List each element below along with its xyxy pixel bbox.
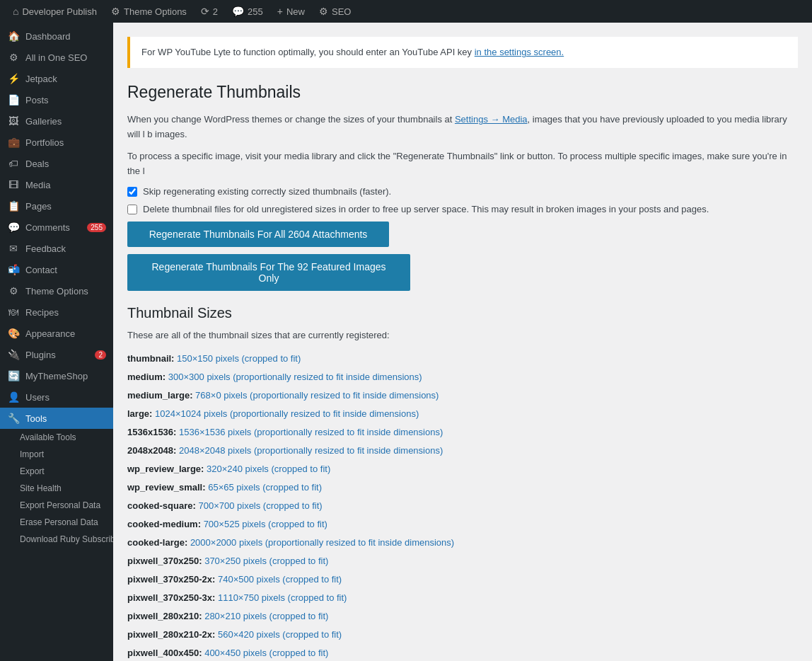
- admin-bar: ⌂ Developer Publish ⚙ Theme Options ⟳ 2 …: [0, 0, 812, 23]
- dashboard-icon: 🏠: [7, 30, 20, 42]
- updates-icon: ⟳: [201, 6, 209, 17]
- wp-icon: ⌂: [13, 6, 18, 17]
- thumb-label: pixwell_370x250-2x:: [127, 574, 215, 585]
- sidebar-label-tools: Tools: [25, 413, 47, 424]
- sidebar-label-comments: Comments: [25, 222, 70, 233]
- submenu-item-import[interactable]: Import: [7, 446, 113, 463]
- sidebar-item-feedback[interactable]: ✉Feedback: [0, 238, 113, 259]
- portfolios-icon: 💼: [7, 137, 20, 148]
- checkbox-skip-label[interactable]: Skip regenerating existing correctly siz…: [143, 186, 391, 197]
- submenu-item-available-tools[interactable]: Available Tools: [7, 429, 113, 446]
- thumb-value: 150×150 pixels (cropped to fit): [177, 353, 301, 364]
- thumb-value: 700×525 pixels (cropped to fit): [204, 519, 327, 529]
- sidebar-label-mythemeshop: MyThemeShop: [25, 371, 88, 381]
- thumb-value: 300×300 pixels (proportionally resized t…: [168, 372, 422, 382]
- thumb-label: medium:: [127, 372, 166, 382]
- checkbox-skip[interactable]: [127, 187, 137, 197]
- adminbar-updates[interactable]: ⟳ 2: [194, 0, 225, 23]
- comments-icon: 💬: [232, 6, 244, 17]
- thumbnail-sizes-list: thumbnail: 150×150 pixels (cropped to fi…: [127, 350, 798, 661]
- sidebar-item-mythemeshop[interactable]: 🔄MyThemeShop: [0, 365, 113, 386]
- regenerate-featured-button[interactable]: Regenerate Thumbnails For The 92 Feature…: [127, 254, 410, 291]
- sidebar-label-appearance: Appearance: [25, 328, 75, 339]
- submenu-item-export-personal[interactable]: Export Personal Data: [7, 497, 113, 514]
- adminbar-theme-options[interactable]: ⚙ Theme Options: [104, 0, 194, 23]
- sidebar-item-jetpack[interactable]: ⚡Jetpack: [0, 68, 113, 89]
- submenu-item-export[interactable]: Export: [7, 463, 113, 480]
- thumbnail-sizes-desc: These are all of the thumbnail sizes tha…: [127, 328, 798, 343]
- gear-icon: ⚙: [111, 6, 120, 17]
- submenu-item-erase-personal[interactable]: Erase Personal Data: [7, 514, 113, 531]
- thumb-label: pixwell_400x450:: [127, 648, 202, 658]
- sidebar-item-deals[interactable]: 🏷Deals: [0, 153, 113, 174]
- thumb-label: wp_review_large:: [127, 464, 204, 474]
- sidebar-item-contact[interactable]: 📬Contact: [0, 259, 113, 280]
- sidebar-label-theme-options: Theme Options: [25, 286, 88, 297]
- main-content: For WP YouTube Lyte to function optimall…: [113, 23, 812, 661]
- adminbar-comments[interactable]: 💬 255: [225, 0, 270, 23]
- users-icon: 👤: [7, 391, 20, 403]
- thumb-size-row: pixwell_400x450: 400×450 pixels (cropped…: [127, 644, 798, 661]
- adminbar-seo[interactable]: ⚙ SEO: [312, 0, 358, 23]
- allinoneseo-icon: ⚙: [7, 52, 20, 63]
- sidebar-item-comments[interactable]: 💬Comments255: [0, 217, 113, 238]
- sidebar-label-contact: Contact: [25, 265, 57, 275]
- recipes-icon: 🍽: [7, 306, 20, 318]
- jetpack-icon: ⚡: [7, 73, 20, 84]
- regenerate-all-button[interactable]: Regenerate Thumbnails For All 2604 Attac…: [127, 222, 389, 247]
- thumb-size-row: pixwell_280x210-2x: 560×420 pixels (crop…: [127, 626, 798, 644]
- notice-link[interactable]: in the settings screen.: [475, 47, 564, 57]
- thumb-label: medium_large:: [127, 390, 192, 401]
- sidebar-item-recipes[interactable]: 🍽Recipes: [0, 301, 113, 323]
- thumb-label: cooked-medium:: [127, 519, 201, 529]
- thumb-size-row: large: 1024×1024 pixels (proportionally …: [127, 405, 798, 423]
- sidebar-label-users: Users: [25, 392, 50, 403]
- sidebar-item-pages[interactable]: 📋Pages: [0, 195, 113, 217]
- thumb-value: 1536×1536 pixels (proportionally resized…: [179, 427, 443, 437]
- checkbox-delete-row: Delete thumbnail files for old unregiste…: [127, 204, 798, 214]
- thumb-value: 740×500 pixels (cropped to fit): [218, 574, 342, 585]
- sidebar-item-plugins[interactable]: 🔌Plugins2: [0, 344, 113, 365]
- thumb-size-row: wp_review_large: 320×240 pixels (cropped…: [127, 460, 798, 478]
- seo-icon: ⚙: [319, 6, 328, 17]
- sidebar-item-allinoneseo[interactable]: ⚙All in One SEO: [0, 47, 113, 68]
- thumb-label: cooked-square:: [127, 500, 196, 511]
- sidebar-item-users[interactable]: 👤Users: [0, 386, 113, 408]
- sidebar-label-pages: Pages: [25, 201, 52, 212]
- sidebar-label-media: Media: [25, 180, 50, 190]
- sidebar-item-posts[interactable]: 📄Posts: [0, 89, 113, 110]
- sidebar-nav: 🏠Dashboard⚙All in One SEO⚡Jetpack📄Posts🖼…: [0, 23, 113, 551]
- deals-icon: 🏷: [7, 158, 20, 169]
- galleries-icon: 🖼: [7, 115, 20, 127]
- sidebar-item-tools[interactable]: 🔧Tools: [0, 408, 113, 429]
- adminbar-new[interactable]: + New: [270, 0, 312, 23]
- checkbox-delete[interactable]: [127, 205, 137, 214]
- sidebar-item-portfolios[interactable]: 💼Portfolios: [0, 132, 113, 153]
- checkbox-delete-label[interactable]: Delete thumbnail files for old unregiste…: [143, 204, 709, 214]
- sidebar-label-plugins: Plugins: [25, 350, 56, 360]
- sidebar-item-appearance[interactable]: 🎨Appearance: [0, 323, 113, 344]
- settings-media-link[interactable]: Settings → Media: [455, 114, 528, 125]
- thumb-value: 400×450 pixels (cropped to fit): [204, 648, 328, 658]
- thumb-size-row: pixwell_370x250-2x: 740×500 pixels (crop…: [127, 570, 798, 589]
- page-title: Regenerate Thumbnails: [127, 82, 798, 103]
- thumb-size-row: 1536x1536: 1536×1536 pixels (proportiona…: [127, 423, 798, 442]
- posts-icon: 📄: [7, 94, 20, 105]
- submenu-item-download-ruby[interactable]: Download Ruby Subscribed Emails: [7, 531, 113, 548]
- theme-options-icon: ⚙: [7, 285, 20, 297]
- layout: 🏠Dashboard⚙All in One SEO⚡Jetpack📄Posts🖼…: [0, 23, 812, 661]
- adminbar-site[interactable]: ⌂ Developer Publish: [6, 0, 104, 23]
- sidebar-item-dashboard[interactable]: 🏠Dashboard: [0, 25, 113, 47]
- thumb-size-row: thumbnail: 150×150 pixels (cropped to fi…: [127, 350, 798, 368]
- submenu-item-site-health[interactable]: Site Health: [7, 480, 113, 497]
- sidebar-label-jetpack: Jetpack: [25, 74, 57, 84]
- feedback-icon: ✉: [7, 243, 20, 254]
- thumb-label: pixwell_280x210-2x:: [127, 629, 215, 640]
- tools-submenu: Available ToolsImportExportSite HealthEx…: [0, 429, 113, 548]
- sidebar-item-theme-options[interactable]: ⚙Theme Options: [0, 280, 113, 301]
- mythemeshop-icon: 🔄: [7, 370, 20, 381]
- sidebar-label-galleries: Galleries: [25, 116, 62, 127]
- sidebar-item-media[interactable]: 🎞Media: [0, 174, 113, 195]
- sidebar-label-recipes: Recipes: [25, 307, 59, 318]
- sidebar-item-galleries[interactable]: 🖼Galleries: [0, 110, 113, 132]
